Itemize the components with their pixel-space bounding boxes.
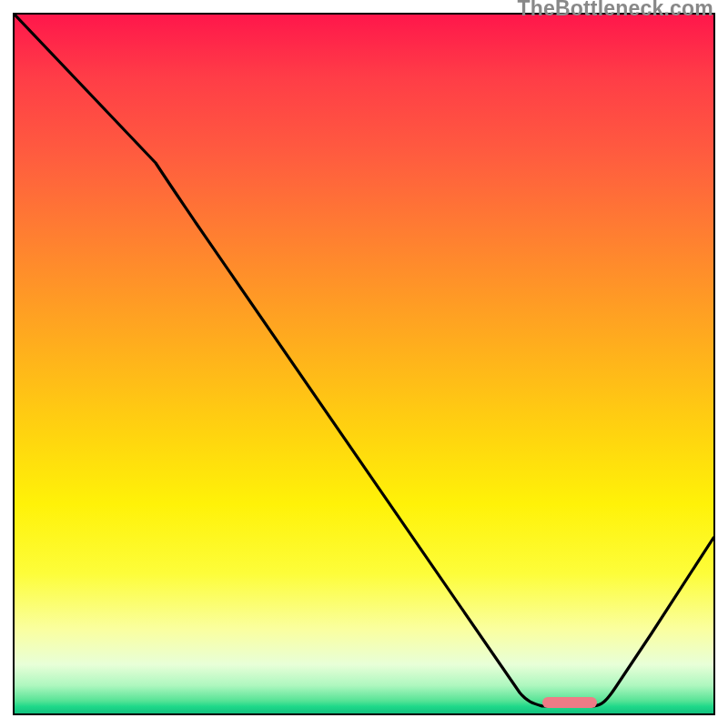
gradient-background — [15, 15, 713, 713]
optimal-marker — [542, 697, 597, 708]
watermark-text: TheBottleneck.com — [517, 0, 713, 21]
